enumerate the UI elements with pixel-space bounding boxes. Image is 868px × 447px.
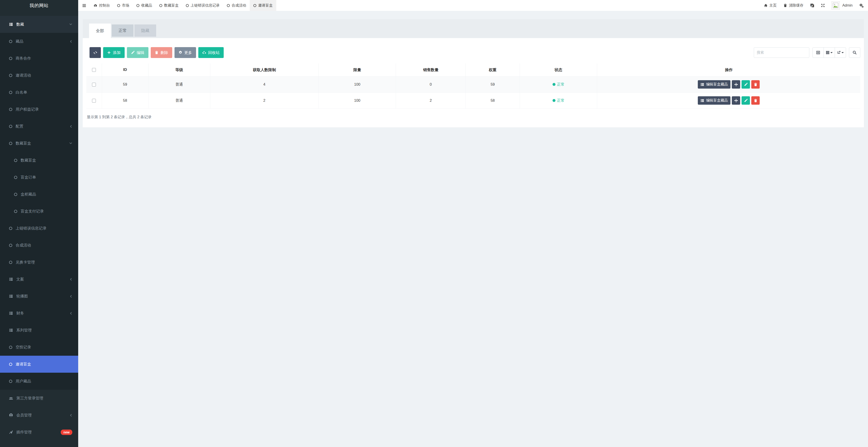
cell-status: 正常 bbox=[520, 76, 597, 92]
sidebar-item-blindbox-payments[interactable]: 盲盒支付记录 bbox=[0, 203, 78, 220]
sidebar-item-invite-blindbox[interactable]: 邀请盲盒 bbox=[0, 356, 78, 373]
sidebar-item-airdrop-log[interactable]: 空投记录 bbox=[0, 339, 78, 356]
edit-button[interactable]: 编辑 bbox=[127, 47, 149, 58]
export-button[interactable] bbox=[835, 47, 846, 58]
sidebar-item-label: 商务合作 bbox=[16, 56, 31, 61]
sidebar-item-plugin-mgmt[interactable]: 插件管理 new bbox=[0, 424, 78, 441]
sidebar-item-whitelist[interactable]: 白名单 bbox=[0, 84, 78, 101]
sidebar-item-business-coop[interactable]: 商务合作 bbox=[0, 50, 78, 67]
sidebar-item-thirdparty-login[interactable]: 第三方登录管理 bbox=[0, 390, 78, 407]
col-id[interactable]: ID bbox=[102, 63, 148, 76]
sidebar-item-cangpin[interactable]: 藏品 bbox=[0, 33, 78, 50]
home-icon bbox=[764, 4, 768, 7]
columns-button[interactable] bbox=[824, 47, 835, 58]
table-row: 59 普通 4 100 0 59 正常 bbox=[86, 76, 860, 92]
sidebar-toggle-button[interactable] bbox=[78, 0, 90, 11]
edit-blindbox-items-button[interactable]: 编辑盲盒藏品 bbox=[698, 96, 731, 105]
tab-all[interactable]: 全部 bbox=[89, 24, 111, 38]
language-button[interactable]: A bbox=[810, 3, 814, 7]
sidebar-item-cabinet-items[interactable]: 盒柜藏品 bbox=[0, 186, 78, 203]
sidebar-item-redeem-cards[interactable]: 兑换卡管理 bbox=[0, 254, 78, 271]
tab-hidden[interactable]: 隐藏 bbox=[134, 25, 156, 37]
topnav-label: 控制台 bbox=[99, 3, 110, 8]
edit-blindbox-items-button[interactable]: 编辑盲盒藏品 bbox=[698, 80, 731, 89]
drag-sort-button[interactable] bbox=[732, 80, 740, 89]
sidebar-item-config[interactable]: 配置 bbox=[0, 118, 78, 135]
data-table: ID 等级 获取人数限制 限量 销售数量 权重 状态 操作 59 普通 bbox=[86, 63, 860, 109]
delete-button[interactable]: 删除 bbox=[151, 47, 172, 58]
topnav-label: 上链错误信息记录 bbox=[191, 3, 220, 8]
fullscreen-button[interactable] bbox=[821, 4, 825, 7]
clear-cache-button[interactable]: 清除缓存 bbox=[783, 3, 803, 8]
sidebar-item-blindbox[interactable]: 数藏盲盒 bbox=[0, 152, 78, 169]
sidebar-item-user-rights-log[interactable]: 用户权益记录 bbox=[0, 101, 78, 118]
row-edit-button[interactable] bbox=[742, 80, 750, 89]
row-checkbox[interactable] bbox=[92, 99, 96, 103]
topnav-chain-errors[interactable]: 上链错误信息记录 bbox=[182, 0, 223, 11]
row-edit-button[interactable] bbox=[742, 96, 750, 105]
sidebar-item-series-mgmt[interactable]: 系列管理 bbox=[0, 322, 78, 339]
topnav-synthesis[interactable]: 合成活动 bbox=[223, 0, 250, 11]
col-acquire-limit[interactable]: 获取人数限制 bbox=[210, 63, 318, 76]
row-delete-button[interactable] bbox=[751, 96, 760, 105]
col-weight[interactable]: 权重 bbox=[465, 63, 520, 76]
refresh-button[interactable] bbox=[90, 47, 101, 58]
add-button[interactable]: 添加 bbox=[103, 47, 125, 58]
clear-cache-label: 清除缓存 bbox=[789, 3, 803, 8]
col-level[interactable]: 等级 bbox=[148, 63, 210, 76]
cell-id: 59 bbox=[102, 76, 148, 92]
sidebar-item-member-mgmt[interactable]: 会员管理 bbox=[0, 407, 78, 424]
sidebar-item-label: 上链错误信息记录 bbox=[16, 226, 46, 231]
topnav-dashboard[interactable]: 控制台 bbox=[90, 0, 114, 11]
sidebar-item-user-collections[interactable]: 用户藏品 bbox=[0, 373, 78, 390]
topnav-collections[interactable]: 收藏品 bbox=[133, 0, 156, 11]
cell-operations: 编辑盲盒藏品 bbox=[597, 76, 860, 92]
tab-normal[interactable]: 正常 bbox=[112, 25, 133, 37]
row-delete-button[interactable] bbox=[751, 80, 760, 89]
sidebar-item-blindbox-group[interactable]: 数藏盲盒 bbox=[0, 135, 78, 152]
search-input[interactable] bbox=[754, 47, 809, 58]
circle-icon bbox=[9, 227, 12, 230]
toggle-view-button[interactable] bbox=[812, 47, 824, 58]
circle-icon bbox=[9, 244, 12, 247]
status-dot bbox=[553, 83, 556, 86]
pencil-icon bbox=[131, 51, 135, 54]
chevron-left-icon bbox=[69, 414, 72, 417]
circle-icon bbox=[9, 40, 12, 43]
col-quota[interactable]: 限量 bbox=[318, 63, 396, 76]
sidebar-item-finance[interactable]: 财务 bbox=[0, 305, 78, 322]
col-sales[interactable]: 销售数量 bbox=[396, 63, 465, 76]
circle-icon bbox=[14, 210, 17, 213]
drag-sort-button[interactable] bbox=[732, 96, 740, 105]
sidebar-item-label: 会员管理 bbox=[16, 413, 32, 418]
sidebar-item-copywriting[interactable]: 文案 bbox=[0, 271, 78, 288]
sidebar-item-blindbox-orders[interactable]: 盲盒订单 bbox=[0, 169, 78, 186]
recycle-bin-button[interactable]: 回收站 bbox=[198, 47, 224, 58]
sidebar-item-chain-errors[interactable]: 上链错误信息记录 bbox=[0, 220, 78, 237]
settings-button[interactable] bbox=[859, 3, 864, 7]
user-menu[interactable]: Admin bbox=[832, 1, 852, 9]
col-status[interactable]: 状态 bbox=[520, 63, 597, 76]
sidebar-item-synthesis[interactable]: 合成活动 bbox=[0, 237, 78, 254]
status-label: 正常 bbox=[557, 82, 564, 87]
home-link[interactable]: 主页 bbox=[764, 3, 777, 8]
move-icon bbox=[734, 99, 738, 102]
row-checkbox[interactable] bbox=[92, 83, 96, 87]
trash-icon bbox=[754, 83, 757, 86]
sidebar-item-invite-activity[interactable]: 邀请活动 bbox=[0, 67, 78, 84]
search-button[interactable] bbox=[849, 47, 860, 58]
more-button[interactable]: 更多 bbox=[175, 47, 196, 58]
topnav-invite-blindbox[interactable]: 邀请盲盒 bbox=[250, 0, 276, 11]
cell-sales: 0 bbox=[396, 76, 465, 92]
sidebar-item-shucang[interactable]: 数藏 bbox=[0, 16, 78, 33]
col-operations[interactable]: 操作 bbox=[597, 63, 860, 76]
row-select-cell bbox=[86, 92, 102, 108]
sidebar-item-label: 插件管理 bbox=[16, 429, 32, 435]
detail-view-icon bbox=[816, 51, 820, 55]
select-all-checkbox[interactable] bbox=[92, 68, 96, 72]
topnav-blindbox[interactable]: 数藏盲盒 bbox=[156, 0, 182, 11]
topnav-market[interactable]: 市场 bbox=[114, 0, 133, 11]
rocket-icon bbox=[9, 430, 13, 434]
sidebar-item-label: 文案 bbox=[16, 277, 24, 282]
sidebar-item-carousel[interactable]: 轮播图 bbox=[0, 288, 78, 305]
